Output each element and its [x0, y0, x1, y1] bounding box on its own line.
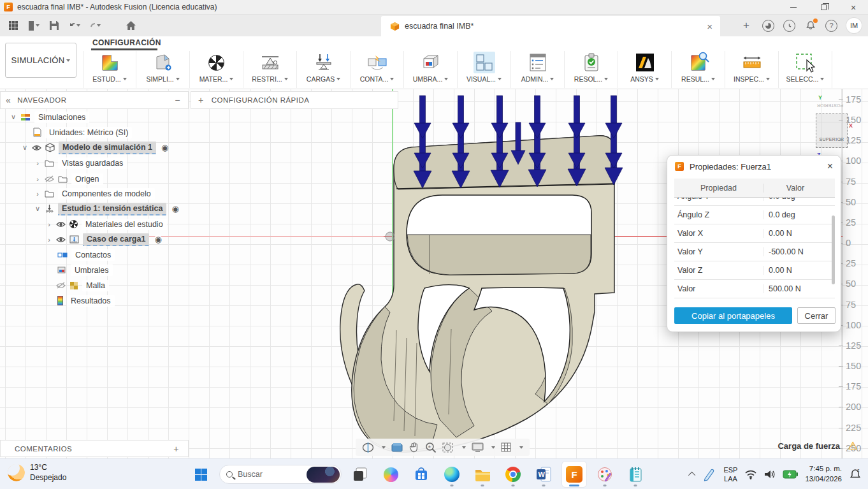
- table-scrollbar[interactable]: [832, 215, 835, 284]
- collapse-panel-icon[interactable]: «: [6, 95, 11, 105]
- navigator-minimize-icon[interactable]: −: [175, 95, 180, 105]
- tree-item-caso-carga[interactable]: › Caso de carga1 ◉: [45, 232, 162, 247]
- new-tab-icon[interactable]: +: [743, 19, 749, 32]
- user-avatar[interactable]: IM: [846, 18, 862, 33]
- tool-restricciones[interactable]: RESTRI...: [243, 51, 297, 88]
- activate-target-icon[interactable]: ◉: [171, 204, 178, 214]
- document-tab-close-icon[interactable]: ×: [699, 21, 720, 32]
- notepad-button[interactable]: [623, 462, 647, 487]
- visibility-eye-icon[interactable]: [56, 221, 66, 228]
- chrome-browser-button[interactable]: [501, 462, 525, 487]
- view-cube[interactable]: POSTERIOR SUPERIOR Y X Z: [811, 96, 853, 161]
- tree-item-origen[interactable]: › Origen: [33, 172, 103, 186]
- tool-materiales[interactable]: MATER...: [190, 51, 243, 88]
- tool-resolver[interactable]: RESOL...: [565, 51, 618, 88]
- table-scroll-viewport[interactable]: Ángulo Y0.0 deg Ángulo Z0.0 deg Valor X0…: [674, 198, 835, 298]
- dialog-header[interactable]: F Propiedades: Fuerza1 ×: [667, 156, 841, 177]
- close-dialog-button[interactable]: Cerrar: [797, 307, 835, 324]
- zoom-window-caret-icon[interactable]: [462, 446, 466, 449]
- visibility-off-eye-icon[interactable]: [45, 175, 54, 183]
- tool-ansys[interactable]: ANSYS: [618, 51, 672, 88]
- speaker-icon[interactable]: [764, 469, 776, 479]
- job-status-icon[interactable]: [762, 20, 774, 32]
- tree-item-umbrales[interactable]: Umbrales: [57, 263, 113, 277]
- tool-cargas[interactable]: CARGAS: [297, 51, 351, 88]
- tree-item-componentes[interactable]: › Componentes de modelo: [33, 186, 155, 201]
- tool-umbrales[interactable]: UMBRA...: [404, 51, 458, 88]
- battery-charging-icon[interactable]: [783, 470, 798, 479]
- visibility-eye-icon[interactable]: [56, 237, 66, 243]
- display-caret-icon[interactable]: [491, 446, 495, 449]
- dialog-close-icon[interactable]: ×: [827, 161, 833, 172]
- weather-widget[interactable]: 13°C Despejado: [8, 462, 66, 483]
- chevron-down-icon[interactable]: ∨: [9, 113, 18, 121]
- minimize-button[interactable]: [779, 0, 808, 15]
- quick-setup-expand-icon[interactable]: +: [198, 95, 204, 105]
- help-icon[interactable]: ?: [825, 20, 837, 32]
- tool-resultados[interactable]: RESUL...: [672, 51, 725, 88]
- paint-button[interactable]: [593, 462, 617, 487]
- search-daily-image[interactable]: [307, 467, 340, 483]
- pen-tray-icon[interactable]: [702, 467, 716, 481]
- tree-item-simulaciones[interactable]: ∨ Simulaciones: [9, 110, 89, 124]
- tool-visualizar[interactable]: VISUAL...: [458, 51, 511, 88]
- chevron-down-icon[interactable]: ∨: [20, 143, 29, 152]
- visibility-eye-icon[interactable]: [32, 145, 41, 151]
- restore-button[interactable]: [809, 0, 838, 15]
- tool-inspeccionar[interactable]: INSPEC...: [725, 51, 779, 88]
- wifi-icon[interactable]: [744, 469, 757, 479]
- comments-panel[interactable]: COMENTARIOS +: [0, 440, 189, 457]
- zoom-icon[interactable]: ±: [425, 442, 437, 453]
- start-button[interactable]: [189, 462, 213, 487]
- viewport-canvas[interactable]: « NAVEGADOR − + CONFIGURACIÓN RÁPIDA ∨ S…: [0, 89, 868, 458]
- grid-caret-icon[interactable]: [519, 446, 523, 449]
- tool-contactos[interactable]: CONTA...: [351, 51, 404, 88]
- tool-estudio[interactable]: ESTUD...: [83, 51, 136, 88]
- tree-item-unidades[interactable]: Unidades: Métrico (SI): [33, 125, 132, 140]
- notification-bell-icon[interactable]: z: [849, 468, 862, 481]
- app-grid-icon[interactable]: [8, 20, 19, 31]
- chevron-right-icon[interactable]: ›: [45, 236, 54, 244]
- zoom-window-icon[interactable]: [442, 442, 454, 453]
- chevron-right-icon[interactable]: ›: [33, 175, 42, 183]
- display-settings-icon[interactable]: [472, 442, 484, 453]
- microsoft-store-button[interactable]: [409, 462, 433, 487]
- ribbon-tab-configuracion[interactable]: CONFIGURACIÓN: [92, 38, 161, 47]
- language-indicator[interactable]: ESPLAA: [723, 465, 737, 484]
- save-icon[interactable]: [48, 20, 60, 31]
- tree-item-modelo-simulacion[interactable]: ∨ Modelo de simulación 1 ◉: [20, 140, 168, 155]
- tree-item-resultados[interactable]: Resultados: [57, 293, 115, 308]
- workspace-selector[interactable]: SIMULACIÓN: [5, 43, 76, 78]
- document-tab[interactable]: escuadra final IMB* ×: [381, 16, 720, 36]
- tray-expand-chevron-icon[interactable]: [688, 472, 695, 479]
- activate-target-icon[interactable]: ◉: [154, 235, 161, 244]
- navigator-header[interactable]: « NAVEGADOR −: [0, 91, 189, 109]
- copilot-button[interactable]: [379, 462, 403, 487]
- pan-icon[interactable]: [409, 442, 419, 453]
- viewcube-face[interactable]: SUPERIOR: [816, 113, 848, 148]
- close-button[interactable]: ×: [839, 0, 868, 15]
- chevron-right-icon[interactable]: ›: [33, 190, 42, 198]
- activate-target-icon[interactable]: ◉: [161, 143, 168, 152]
- orbit-caret-icon[interactable]: [382, 446, 386, 449]
- orbit-icon[interactable]: [362, 442, 374, 453]
- search-input[interactable]: Buscar: [219, 465, 342, 484]
- tool-simplificar[interactable]: SIMPLI...: [136, 51, 190, 88]
- tree-item-materiales[interactable]: › Materiales del estudio: [45, 217, 167, 231]
- quick-setup-header[interactable]: + CONFIGURACIÓN RÁPIDA: [191, 91, 398, 109]
- edge-browser-button[interactable]: [440, 462, 464, 487]
- fusion-taskbar-button[interactable]: F: [562, 462, 586, 487]
- chevron-right-icon[interactable]: ›: [33, 159, 42, 167]
- new-file-icon[interactable]: [28, 20, 40, 31]
- chevron-right-icon[interactable]: ›: [45, 221, 54, 228]
- history-clock-icon[interactable]: [783, 20, 795, 32]
- clock-widget[interactable]: 7:45 p. m. 13/04/2026: [805, 464, 842, 484]
- undo-icon[interactable]: [69, 20, 80, 31]
- task-view-button[interactable]: [348, 462, 372, 487]
- tree-item-contactos[interactable]: Contactos: [57, 247, 115, 262]
- add-comment-icon[interactable]: +: [173, 444, 179, 454]
- notifications-bell-icon[interactable]: [804, 20, 816, 32]
- visibility-off-eye-icon[interactable]: [56, 282, 66, 289]
- grid-settings-icon[interactable]: [501, 442, 512, 453]
- word-button[interactable]: W: [532, 462, 556, 487]
